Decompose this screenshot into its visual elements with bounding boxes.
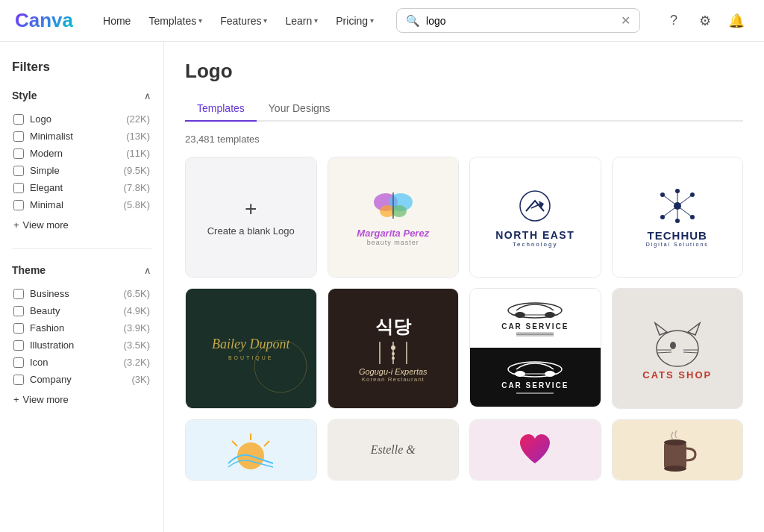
nav-templates[interactable]: Templates ▾ [141,10,210,31]
butterfly-illustration [357,189,429,225]
filter-business[interactable]: Business (6.5K) [12,285,151,302]
sunrise-inner [186,420,316,480]
theme-view-more[interactable]: + View more [12,391,151,408]
svg-point-20 [254,340,307,392]
filter-icon-checkbox[interactable] [13,357,24,368]
heart-card[interactable] [469,419,601,481]
butterfly-name: Margarita Perez [357,228,429,239]
svg-point-52 [664,439,686,445]
settings-button[interactable]: ⚙ [692,8,718,34]
butterfly-card[interactable]: Margarita Perez beauty master [328,157,460,278]
filter-logo[interactable]: Logo (22K) [12,110,151,128]
filter-fashion-checkbox[interactable] [13,323,24,334]
pricing-chevron-icon: ▾ [370,16,374,25]
svg-point-53 [664,466,686,472]
korean-restaurant-card[interactable]: 식당 Gogugu-i Expertas K [328,288,460,409]
filter-minimalist-checkbox[interactable] [13,131,24,142]
boutique-content: Bailey Dupont BOUTIQUE [212,337,289,361]
filter-elegant[interactable]: Elegant (7.8K) [12,179,151,196]
main-layout: Filters Style ∧ Logo (22K) Minimalist (1… [0,42,764,532]
svg-line-50 [264,441,269,446]
svg-point-39 [657,331,698,366]
svg-point-3 [392,205,407,217]
filter-modern[interactable]: Modern (11K) [12,145,151,162]
filter-company[interactable]: Company (3K) [12,371,151,388]
car-service-bottom: CAR SERVICE [470,348,601,407]
tab-templates[interactable]: Templates [185,96,257,122]
style-view-more[interactable]: + View more [12,216,151,234]
nav-pricing[interactable]: Pricing ▾ [328,10,381,31]
filter-simple-checkbox[interactable] [13,166,24,176]
filter-business-checkbox[interactable] [13,289,24,299]
svg-marker-40 [655,323,667,335]
filter-minimal[interactable]: Minimal (5.8K) [12,196,151,213]
svg-line-14 [663,195,677,206]
cats-inner: CATS SHOP [613,289,743,408]
section-divider [12,248,151,249]
style-section-header[interactable]: Style ∧ [12,90,151,101]
northeast-content: NORTH EAST Technology [495,187,574,248]
clear-search-button[interactable]: ✕ [621,13,630,28]
coffee-card[interactable] [612,419,744,481]
butterfly-content: Margarita Perez beauty master [357,189,429,246]
nav-home[interactable]: Home [96,10,138,31]
filter-fashion[interactable]: Fashion (3.9K) [12,319,151,337]
help-button[interactable]: ? [661,8,686,34]
filter-company-checkbox[interactable] [13,375,24,385]
filter-illustration-checkbox[interactable] [13,340,24,351]
cats-shop-title: CATS SHOP [642,369,712,381]
nav-learn[interactable]: Learn ▾ [278,10,325,31]
butterfly-inner: Margarita Perez beauty master [328,157,459,277]
svg-line-17 [677,206,692,217]
filter-simple[interactable]: Simple (9.5K) [12,162,151,179]
filter-elegant-checkbox[interactable] [13,183,24,193]
northeast-sub: Technology [495,241,574,248]
korean-name: Gogugu-i Expertas [359,367,428,376]
sunrise-card[interactable] [185,419,317,481]
coffee-inner [613,420,743,480]
nav-features[interactable]: Features ▾ [213,10,275,31]
boutique-card[interactable]: Bailey Dupont BOUTIQUE [185,288,317,409]
filter-minimal-checkbox[interactable] [13,200,24,210]
car-service-card[interactable]: CAR SERVICE CAR SERVICE [469,288,601,407]
techhub-title: TECHHUB [646,229,709,242]
theme-section-header[interactable]: Theme ∧ [12,264,151,276]
theme-plus-icon: + [13,394,19,405]
butterfly-sub: beauty master [357,239,429,246]
estelle-card[interactable]: Estelle & [328,419,460,481]
theme-chevron-icon: ∧ [144,265,151,276]
canva-logo[interactable]: Canva [15,9,73,32]
filter-illustration[interactable]: Illustration (3.5K) [12,337,151,354]
create-blank-inner: + Create a blank Logo [186,157,316,277]
svg-rect-51 [664,442,686,469]
svg-line-49 [232,441,237,446]
techhub-card[interactable]: TECHHUB Digital Solutions [612,157,744,278]
tab-your-designs[interactable]: Your Designs [257,96,342,122]
filter-minimalist[interactable]: Minimalist (13K) [12,128,151,145]
filter-beauty[interactable]: Beauty (4.9K) [12,302,151,319]
svg-marker-41 [688,323,700,335]
page-title: Logo [185,60,743,83]
northeast-card[interactable]: NORTH EAST Technology [469,157,601,278]
learn-chevron-icon: ▾ [314,16,318,25]
search-input[interactable] [426,15,615,27]
theme-filter-section: Theme ∧ Business (6.5K) Beauty (4.9K) Fa… [12,264,151,408]
notifications-button[interactable]: 🔔 [724,8,749,34]
plus-icon: + [245,198,257,219]
filter-modern-checkbox[interactable] [13,148,24,159]
car-service-top: CAR SERVICE [470,289,601,348]
filter-logo-checkbox[interactable] [13,114,24,125]
filters-title: Filters [12,60,151,75]
korean-hangul: 식당 [359,315,428,339]
features-chevron-icon: ▾ [263,16,267,25]
style-section-title: Style [12,90,37,101]
template-count: 23,481 templates [185,134,743,145]
cats-shop-card[interactable]: CATS SHOP [612,288,744,409]
create-blank-card[interactable]: + Create a blank Logo [185,157,317,278]
filter-icon[interactable]: Icon (3.2K) [12,354,151,371]
filter-beauty-checkbox[interactable] [13,306,24,316]
svg-point-24 [392,352,395,355]
templates-chevron-icon: ▾ [198,16,202,25]
svg-point-25 [392,357,395,360]
header: Canva Home Templates ▾ Features ▾ Learn … [0,0,764,42]
